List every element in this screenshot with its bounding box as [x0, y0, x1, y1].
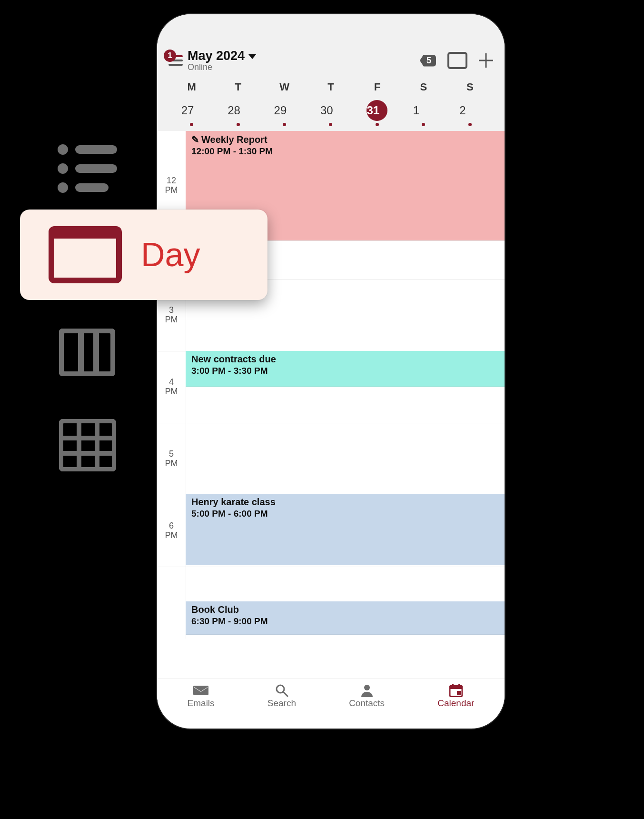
- email-icon: [193, 684, 208, 697]
- date-number: 31: [367, 100, 387, 121]
- svg-rect-11: [75, 164, 117, 173]
- hour-row: 5PM: [157, 423, 505, 495]
- nav-label: Emails: [188, 698, 215, 709]
- date-number: 30: [320, 100, 341, 121]
- date-cell[interactable]: 30: [307, 100, 354, 126]
- contacts-icon: [359, 684, 375, 697]
- weekday-label: S: [420, 81, 427, 93]
- today-icon[interactable]: [447, 52, 467, 69]
- nav-search[interactable]: Search: [268, 684, 296, 709]
- date-number: 2: [459, 100, 480, 121]
- svg-point-12: [58, 182, 68, 193]
- svg-rect-7: [458, 684, 460, 687]
- bottom-nav: Emails Search Contacts Calendar: [157, 679, 505, 709]
- date-cell[interactable]: 28: [215, 100, 261, 126]
- event-dot: [329, 123, 332, 126]
- calendar-event[interactable]: Henry karate class5:00 PM - 6:00 PM: [186, 494, 505, 565]
- weekday-label: W: [279, 81, 289, 93]
- date-cell[interactable]: 2: [447, 100, 493, 126]
- weekday-label: F: [374, 81, 380, 93]
- event-dot: [376, 123, 379, 126]
- edit-icon: ✎: [191, 134, 199, 145]
- svg-rect-9: [75, 145, 117, 154]
- chevron-down-icon: [248, 54, 256, 59]
- view-month-icon[interactable]: [59, 419, 116, 471]
- date-number: 1: [413, 100, 434, 121]
- event-title: ✎Weekly Report: [191, 134, 499, 145]
- svg-point-10: [58, 163, 68, 174]
- date-strip: 272829303112: [168, 100, 493, 126]
- date-cell[interactable]: 27: [168, 100, 215, 126]
- event-dot: [422, 123, 425, 126]
- event-time: 6:30 PM - 9:00 PM: [191, 616, 499, 627]
- phone-frame: 1 May 2024 Online 5 M T W T F S: [157, 14, 505, 729]
- add-event-button[interactable]: [479, 53, 493, 68]
- svg-point-2: [364, 685, 370, 690]
- date-number: 27: [181, 100, 202, 121]
- weekday-label: T: [235, 81, 241, 93]
- weekday-labels: M T W T F S S: [168, 81, 493, 93]
- svg-line-1: [283, 692, 287, 696]
- event-title: Book Club: [191, 604, 499, 615]
- calendar-event[interactable]: Book Club6:30 PM - 9:00 PM: [186, 601, 505, 635]
- menu-button[interactable]: 1: [168, 55, 183, 66]
- view-agenda-icon[interactable]: [56, 143, 118, 195]
- svg-rect-4: [450, 686, 462, 689]
- month-title: May 2024: [188, 49, 245, 63]
- nav-label: Calendar: [437, 698, 474, 709]
- svg-point-8: [58, 144, 68, 155]
- svg-rect-16: [93, 330, 99, 374]
- event-dot: [283, 123, 286, 126]
- connection-status: Online: [188, 62, 420, 72]
- date-number: 28: [228, 100, 248, 121]
- date-cell[interactable]: 31: [354, 100, 400, 126]
- date-number: 29: [274, 100, 295, 121]
- calendar-event[interactable]: New contracts due3:00 PM - 3:30 PM: [186, 351, 505, 387]
- search-icon: [274, 684, 289, 697]
- svg-rect-15: [78, 330, 84, 374]
- month-selector[interactable]: May 2024: [188, 49, 420, 63]
- menu-badge: 1: [164, 50, 176, 62]
- svg-rect-6: [452, 684, 454, 687]
- filter-chip[interactable]: 5: [420, 55, 436, 67]
- svg-rect-5: [457, 691, 461, 695]
- day-view[interactable]: 12PM2PM3PM4PM5PM6PM✎Weekly Report12:00 P…: [157, 131, 505, 639]
- event-time: 3:00 PM - 3:30 PM: [191, 366, 499, 376]
- event-dot: [237, 123, 240, 126]
- event-time: 5:00 PM - 6:00 PM: [191, 509, 499, 519]
- weekday-label: T: [327, 81, 334, 93]
- view-week-icon[interactable]: [59, 329, 115, 376]
- app-header: 1 May 2024 Online 5 M T W T F S: [157, 14, 505, 131]
- nav-calendar[interactable]: Calendar: [437, 684, 474, 709]
- nav-label: Contacts: [349, 698, 385, 709]
- hour-label: 4PM: [157, 351, 186, 423]
- nav-contacts[interactable]: Contacts: [349, 684, 385, 709]
- date-cell[interactable]: 29: [261, 100, 307, 126]
- event-dot: [468, 123, 472, 126]
- calendar-icon: [448, 684, 464, 697]
- weekday-label: M: [188, 81, 196, 93]
- nav-label: Search: [268, 698, 296, 709]
- weekday-label: S: [466, 81, 474, 93]
- hour-label: 5PM: [157, 423, 186, 495]
- day-view-icon: [49, 226, 122, 283]
- view-day-button[interactable]: Day: [20, 210, 268, 300]
- svg-rect-14: [61, 330, 113, 374]
- svg-rect-17: [61, 421, 114, 469]
- date-cell[interactable]: 1: [400, 100, 446, 126]
- event-title: Henry karate class: [191, 497, 499, 508]
- event-time: 12:00 PM - 1:30 PM: [191, 146, 499, 157]
- view-day-label: Day: [141, 236, 200, 274]
- hour-label: 6PM: [157, 495, 186, 567]
- event-dot: [190, 123, 193, 126]
- svg-rect-13: [75, 183, 109, 192]
- nav-emails[interactable]: Emails: [188, 684, 215, 709]
- event-title: New contracts due: [191, 354, 499, 365]
